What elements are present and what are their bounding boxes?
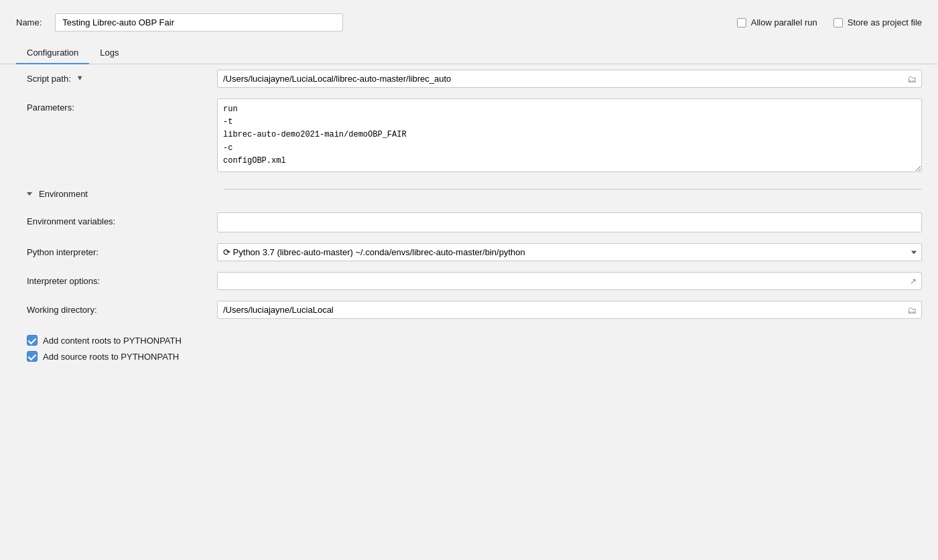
python-interpreter-select-wrapper: ⟳ Python 3.7 (librec-auto-master) ~/.con… (217, 243, 922, 261)
environment-header-content: Environment (27, 189, 88, 199)
add-source-roots-checkbox[interactable] (27, 351, 38, 362)
store-project-label: Store as project file (848, 17, 922, 27)
script-path-label: Script path: ▼ (16, 64, 217, 92)
python-interpreter-label: Python interpreter: (16, 238, 217, 265)
bottom-checks: Add content roots to PYTHONPATH Add sour… (16, 324, 922, 372)
tab-logs[interactable]: Logs (89, 42, 129, 64)
python-interpreter-row: Python interpreter: ⟳ Python 3.7 (librec… (16, 238, 922, 267)
store-project-checkbox[interactable] (833, 18, 843, 27)
main-content: Configuration Logs Script path: ▼ 🗂 Para… (0, 42, 938, 386)
environment-chevron-icon[interactable] (27, 192, 32, 196)
interpreter-options-row: Interpreter options: ↗ (16, 267, 922, 295)
env-vars-input[interactable] (217, 212, 922, 232)
allow-parallel-checkbox-item: Allow parallel run (737, 17, 817, 27)
parameters-label: Parameters: (16, 93, 217, 121)
parameters-row: Parameters: run -t librec-auto-demo2021-… (16, 93, 922, 180)
env-vars-wrapper (217, 212, 922, 232)
config-area: Script path: ▼ 🗂 Parameters: run -t libr… (0, 64, 938, 372)
script-path-wrapper: 🗂 (217, 70, 922, 88)
env-vars-row: Environment variables: (16, 207, 922, 238)
allow-parallel-label: Allow parallel run (751, 17, 817, 27)
working-directory-label: Working directory: (16, 295, 217, 323)
working-directory-input[interactable] (217, 301, 922, 319)
environment-separator (224, 189, 922, 190)
environment-label-text: Environment (39, 189, 88, 199)
allow-parallel-checkbox[interactable] (737, 18, 746, 27)
parameters-control: run -t librec-auto-demo2021-main/demoOBP… (217, 93, 922, 180)
working-directory-control: 🗂 (217, 295, 922, 324)
environment-section-label: Environment (16, 180, 217, 207)
interpreter-options-label: Interpreter options: (16, 267, 217, 294)
name-input[interactable] (55, 13, 343, 31)
checkboxes-area: Allow parallel run Store as project file (737, 17, 922, 27)
add-content-roots-row: Add content roots to PYTHONPATH (27, 335, 911, 346)
add-content-roots-label: Add content roots to PYTHONPATH (43, 336, 182, 346)
working-directory-browse-icon[interactable]: 🗂 (907, 305, 917, 316)
interpreter-options-control: ↗ (217, 267, 922, 295)
tabs-bar: Configuration Logs (0, 42, 938, 64)
interpreter-options-input[interactable] (217, 272, 922, 290)
interpreter-options-expand-icon[interactable]: ↗ (910, 277, 917, 286)
script-path-row: Script path: ▼ 🗂 (16, 64, 922, 93)
parameters-textarea[interactable]: run -t librec-auto-demo2021-main/demoOBP… (217, 98, 922, 172)
add-source-roots-label: Add source roots to PYTHONPATH (43, 352, 179, 362)
script-path-input[interactable] (217, 70, 922, 88)
add-content-roots-checkbox[interactable] (27, 335, 38, 346)
script-path-control: 🗂 (217, 64, 922, 93)
env-vars-label: Environment variables: (16, 207, 217, 234)
environment-section-row: Environment (16, 180, 922, 207)
top-bar: Name: Allow parallel run Store as projec… (0, 0, 938, 42)
name-label: Name: (16, 17, 42, 27)
environment-divider-control (217, 180, 922, 195)
script-path-dropdown-icon[interactable]: ▼ (76, 74, 84, 82)
working-directory-row: Working directory: 🗂 (16, 295, 922, 324)
store-project-checkbox-item: Store as project file (833, 17, 922, 27)
working-directory-wrapper: 🗂 (217, 301, 922, 319)
interpreter-options-wrapper: ↗ (217, 272, 922, 290)
tab-configuration[interactable]: Configuration (16, 42, 89, 64)
python-interpreter-control: ⟳ Python 3.7 (librec-auto-master) ~/.con… (217, 238, 922, 267)
python-interpreter-select[interactable]: ⟳ Python 3.7 (librec-auto-master) ~/.con… (217, 243, 922, 261)
script-path-browse-icon[interactable]: 🗂 (907, 74, 917, 84)
add-source-roots-row: Add source roots to PYTHONPATH (27, 351, 911, 362)
env-vars-control (217, 207, 922, 238)
